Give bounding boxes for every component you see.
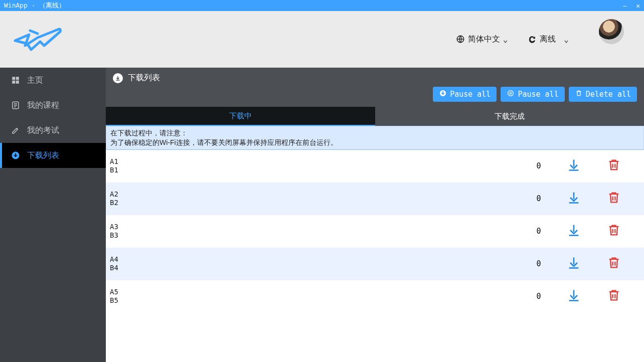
notice-line-2: 为了确保稳定的Wi-Fi连接，请不要关闭屏幕并保持应用程序在前台运行。 [110,138,639,147]
download-icon [567,256,581,272]
pause-circle-icon [507,89,515,99]
svg-point-11 [508,91,514,96]
main: 下载列表 Pause all Pause all [106,68,644,362]
chevron-down-icon: ⌄ [503,35,508,44]
download-item-count: 0 [524,292,554,301]
sidebar-item-label: 我的课程 [27,100,59,111]
download-action[interactable] [554,191,594,207]
download-item-name: A5B5 [110,288,524,305]
delete-all-button[interactable]: Delete all [569,87,637,102]
close-button[interactable]: ✕ [636,2,640,10]
globe-icon [456,35,465,44]
trash-icon [607,158,621,174]
delete-action[interactable] [594,191,634,207]
tab-downloading[interactable]: 下载中 [106,107,375,126]
sidebar-item-label: 我的考试 [27,125,59,136]
download-item-count: 0 [524,227,554,236]
trash-icon [607,223,621,239]
download-arrow-icon [439,89,447,99]
sidebar-item-label: 下载列表 [27,150,59,161]
download-item-count: 0 [524,161,554,170]
sidebar-item-downloads[interactable]: 下载列表 [0,143,106,168]
download-row: A4B40 [106,248,644,280]
download-row: A2B20 [106,183,644,215]
tab-completed[interactable]: 下载完成 [375,107,645,126]
download-item-count: 0 [524,259,554,268]
grid-icon [11,76,20,85]
trash-icon [575,89,583,99]
minimize-button[interactable]: — [623,2,627,10]
download-icon [567,223,581,239]
download-item-name: A2B2 [110,190,524,207]
download-icon [567,191,581,207]
download-action[interactable] [554,158,594,174]
download-row: A5B50 [106,280,644,313]
window-title: WinApp - （离线） [4,1,623,10]
sidebar-item-home[interactable]: 主页 [0,68,106,93]
status-selector[interactable]: 离线 ⌄ [528,34,569,45]
download-row: A1B10 [106,150,644,183]
svg-rect-1 [12,77,15,80]
toolbar: Pause all Pause all Delete all [113,87,637,102]
page-title: 下载列表 [128,73,160,83]
download-item-name: A1B1 [110,157,524,174]
pause-all-button-1[interactable]: Pause all [433,87,497,102]
header-right: 简体中文 ⌄ 离线 ⌄ [456,19,634,59]
chevron-down-icon: ⌄ [564,35,569,44]
download-icon [567,158,581,174]
window-controls: — ✕ [623,2,640,10]
content: 在下载过程中，请注意： 为了确保稳定的Wi-Fi连接，请不要关闭屏幕并保持应用程… [106,126,644,362]
header: 简体中文 ⌄ 离线 ⌄ [0,11,644,68]
svg-rect-3 [12,81,15,84]
sidebar: 主页 我的课程 我的考试 下载列表 [0,68,106,362]
language-selector[interactable]: 简体中文 ⌄ [456,34,508,45]
book-icon [11,101,20,110]
trash-icon [607,191,621,207]
delete-action[interactable] [594,256,634,272]
download-circle-icon [113,73,123,83]
delete-action[interactable] [594,158,634,174]
svg-rect-4 [16,81,19,84]
status-label: 离线 [540,34,556,45]
notice-banner: 在下载过程中，请注意： 为了确保稳定的Wi-Fi连接，请不要关闭屏幕并保持应用程… [106,126,644,150]
edit-icon [11,126,20,135]
download-action[interactable] [554,288,594,304]
delete-action[interactable] [594,288,634,304]
svg-rect-2 [16,77,19,80]
delete-action[interactable] [594,223,634,239]
download-circle-icon [11,151,20,160]
notice-line-1: 在下载过程中，请注意： [110,128,639,138]
trash-icon [607,288,621,304]
sidebar-item-label: 主页 [27,75,43,86]
app-logo [10,21,65,58]
download-row: A3B30 [106,215,644,248]
download-action[interactable] [554,223,594,239]
titlebar: WinApp - （离线） — ✕ [0,0,644,11]
sidebar-item-exams[interactable]: 我的考试 [0,118,106,143]
sidebar-item-courses[interactable]: 我的课程 [0,93,106,118]
download-action[interactable] [554,256,594,272]
download-item-name: A3B3 [110,223,524,240]
download-list: A1B10A2B20A3B30A4B40A5B50 [106,150,644,313]
trash-icon [607,256,621,272]
download-item-count: 0 [524,194,554,203]
pause-all-button-2[interactable]: Pause all [501,87,564,102]
download-item-name: A4B4 [110,255,524,272]
tabs: 下载中 下载完成 [106,107,644,126]
download-icon [567,288,581,304]
avatar[interactable] [599,19,624,44]
language-label: 简体中文 [468,34,500,45]
page-header: 下载列表 Pause all Pause all [106,68,644,107]
refresh-icon [528,35,537,44]
